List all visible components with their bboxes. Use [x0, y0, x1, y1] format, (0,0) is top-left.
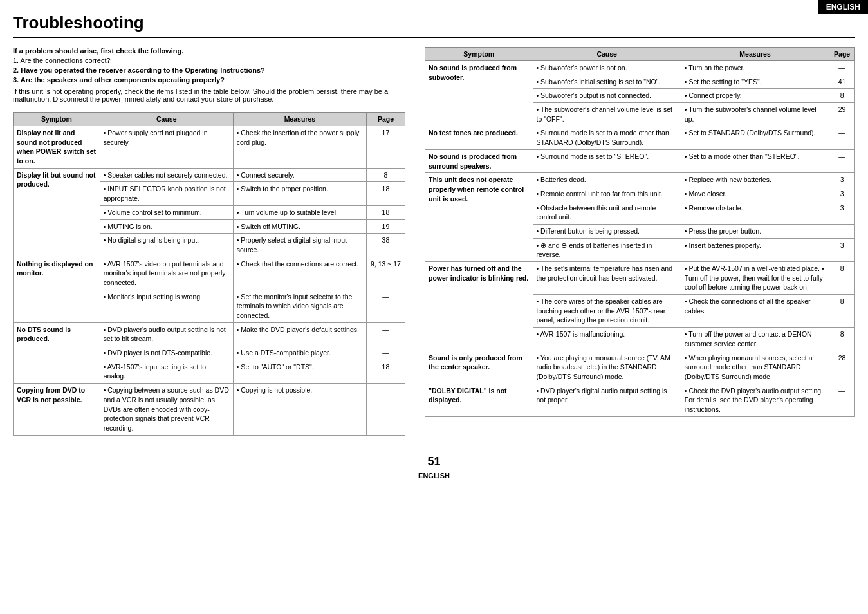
cause-cell: • Power supply cord not plugged in secur… [100, 126, 233, 169]
measure-cell: • Check the insertion of the power suppl… [233, 126, 366, 169]
cause-cell: • The set's internal temperature has ris… [533, 262, 681, 295]
table-row: Display not lit and sound not produced w… [14, 126, 405, 169]
measure-cell: • Check the connections of all the speak… [681, 295, 829, 328]
cause-cell: • DVD player's digital audio output sett… [533, 384, 681, 416]
page-cell: — [829, 126, 855, 149]
symptom-cell: No test tones are produced. [425, 126, 533, 149]
cause-cell: • Speaker cables not securely connected. [100, 168, 233, 182]
symptom-cell: No sound is produced from subwoofer. [425, 61, 533, 126]
right-table: Symptom Cause Measures Page No sound is … [425, 47, 855, 417]
measure-cell: • Connect properly. [681, 89, 829, 103]
left-header-page: Page [366, 113, 405, 126]
table-row: Nothing is displayed on monitor.• AVR-15… [14, 257, 405, 290]
page-cell: 3 [829, 201, 855, 224]
cause-cell: • Surround mode is set to "STEREO". [533, 149, 681, 172]
english-badge: ENGLISH [818, 0, 868, 14]
footer-english-label: ENGLISH [405, 470, 463, 481]
cause-cell: • Surround mode is set to a mode other t… [533, 126, 681, 149]
right-header-measures: Measures [681, 48, 829, 61]
symptom-cell: No DTS sound is produced. [14, 322, 100, 383]
measure-cell: • Turn the subwoofer's channel volume le… [681, 103, 829, 126]
page-cell: — [829, 224, 855, 238]
page-cell: — [829, 61, 855, 75]
cause-cell: • Batteries dead. [533, 173, 681, 187]
table-row: No DTS sound is produced.• DVD player's … [14, 322, 405, 346]
cause-cell: • Obstacle between this unit and remote … [533, 201, 681, 224]
page-cell: 41 [829, 75, 855, 89]
measure-cell: • Check the DVD player's audio output se… [681, 384, 829, 416]
table-row: No sound is produced from subwoofer.• Su… [425, 61, 855, 75]
measure-cell: • Replace with new batteries. [681, 173, 829, 187]
page-cell: 29 [829, 103, 855, 126]
measure-cell: • When playing monaural sources, select … [681, 351, 829, 384]
cause-cell: • Different button is being pressed. [533, 224, 681, 238]
symptom-cell: Sound is only produced from the center s… [425, 351, 533, 384]
measure-cell: • Move closer. [681, 187, 829, 201]
measure-cell: • Properly select a digital signal input… [233, 234, 366, 257]
page-number: 51 [13, 455, 855, 469]
page-cell: 9, 13 ~ 17 [366, 257, 405, 290]
measure-cell: • Set to a mode other than "STEREO". [681, 149, 829, 172]
right-header-page: Page [829, 48, 855, 61]
measure-cell: • Make the DVD player's default settings… [233, 322, 366, 346]
cause-cell: • DVD player is not DTS-compatible. [100, 346, 233, 360]
page-cell: 18 [366, 182, 405, 205]
page-cell: 18 [366, 205, 405, 219]
page-cell: 18 [366, 360, 405, 383]
measure-cell: • Switch off MUTING. [233, 219, 366, 234]
right-section: Symptom Cause Measures Page No sound is … [425, 47, 855, 436]
cause-cell: • The subwoofer's channel volume level i… [533, 103, 681, 126]
table-row: Copying from DVD to VCR is not possible.… [14, 384, 405, 435]
measure-cell: • Turn on the power. [681, 61, 829, 75]
cause-cell: • Subwoofer's initial setting is set to … [533, 75, 681, 89]
left-section: If a problem should arise, first check t… [13, 47, 405, 436]
measure-cell: • Press the proper button. [681, 224, 829, 238]
page-cell: 28 [829, 351, 855, 384]
cause-cell: • Subwoofer's output is not connected. [533, 89, 681, 103]
page-cell: — [366, 384, 405, 435]
cause-cell: • Volume control set to minimum. [100, 205, 233, 219]
table-row: Power has turned off and the power indic… [425, 262, 855, 295]
page-cell: 8 [829, 262, 855, 295]
measure-cell: • Use a DTS-compatible player. [233, 346, 366, 360]
measure-cell: • Set to "AUTO" or "DTS". [233, 360, 366, 383]
intro-bold: If a problem should arise, first check t… [13, 47, 405, 55]
cause-cell: • Copying between a source such as DVD a… [100, 384, 233, 435]
table-row: "DOLBY DIGITAL" is not displayed.• DVD p… [425, 384, 855, 416]
left-header-measures: Measures [233, 113, 366, 126]
intro-item-1: 1. Are the connections correct? [13, 57, 405, 64]
cause-cell: • AVR-1507's input setting is set to ana… [100, 360, 233, 383]
page-cell: — [366, 290, 405, 322]
cause-cell: • Subwoofer's power is not on. [533, 61, 681, 75]
cause-cell: • AVR-1507 is malfunctioning. [533, 328, 681, 351]
right-header-cause: Cause [533, 48, 681, 61]
page-cell: 8 [829, 89, 855, 103]
symptom-cell: Display not lit and sound not produced w… [14, 126, 100, 169]
symptom-cell: No sound is produced from surround speak… [425, 149, 533, 172]
cause-cell: • ⊕ and ⊖ ends of batteries inserted in … [533, 238, 681, 261]
cause-cell: • Monitor's input setting is wrong. [100, 290, 233, 322]
cause-cell: • DVD player's audio output setting is n… [100, 322, 233, 346]
measure-cell: • Check that the connections are correct… [233, 257, 366, 290]
measure-cell: • Insert batteries properly. [681, 238, 829, 261]
page-cell: 3 [829, 173, 855, 187]
page-cell: — [366, 346, 405, 360]
measure-cell: • Put the AVR-1507 in a well-ventilated … [681, 262, 829, 295]
symptom-cell: Copying from DVD to VCR is not possible. [14, 384, 100, 435]
page-cell: — [829, 384, 855, 416]
page-cell: — [829, 149, 855, 172]
symptom-cell: "DOLBY DIGITAL" is not displayed. [425, 384, 533, 416]
footer: 51 ENGLISH [13, 455, 855, 481]
measure-cell: • Copying is not possible. [233, 384, 366, 435]
left-header-cause: Cause [100, 113, 233, 126]
left-table: Symptom Cause Measures Page Display not … [13, 112, 405, 436]
symptom-cell: Display lit but sound not produced. [14, 168, 100, 257]
cause-cell: • INPUT SELECTOR knob position is not ap… [100, 182, 233, 205]
intro-item-2: 2. Have you operated the receiver accord… [13, 66, 405, 74]
table-row: No sound is produced from surround speak… [425, 149, 855, 172]
measure-cell: • Connect securely. [233, 168, 366, 182]
page-cell: 8 [366, 168, 405, 182]
intro-item-3: 3. Are the speakers and other components… [13, 76, 405, 84]
page-cell: 17 [366, 126, 405, 169]
cause-cell: • No digital signal is being input. [100, 234, 233, 257]
